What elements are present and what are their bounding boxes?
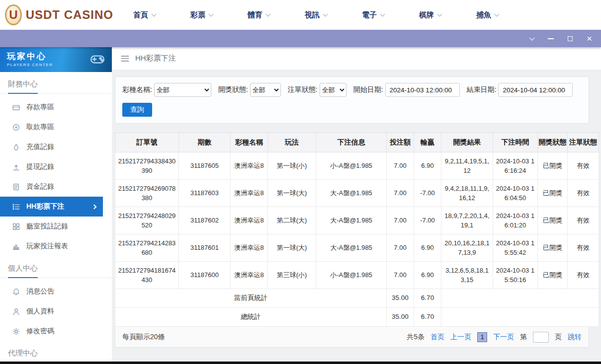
sidebar-item-0-7[interactable]: 玩家投注報表 [0, 236, 112, 256]
draw-status-select[interactable]: 全部 [250, 83, 281, 97]
cell-draw_status: 已開獎 [538, 207, 568, 234]
nav-item-label: 電子 [362, 10, 377, 20]
cell-period: 31187601 [179, 234, 231, 262]
summary-amount: 35.00 [387, 289, 414, 308]
cell-draw_status: 已開獎 [538, 262, 568, 289]
first-page-link[interactable]: 首页 [430, 333, 444, 342]
bets-table-container: 訂單號期數彩種名稱玩法下注信息投注額輸贏開獎結果下注時間開獎狀態注單狀態 215… [115, 133, 589, 348]
lottery-name-select[interactable]: 全部 [154, 83, 211, 97]
cell-lottery: 澳洲幸运8 [231, 262, 268, 289]
nav-item-7[interactable]: 捕魚 [476, 10, 499, 20]
window-close-button[interactable]: × [587, 34, 592, 43]
search-button[interactable]: 查詢 [122, 103, 152, 117]
sidebar: 玩家中心 PLAYERS CENTER 財務中心存款專區取款專區充值記錄提現記錄… [0, 47, 112, 364]
order-status-select[interactable]: 全部 [320, 83, 346, 97]
sidebar-item-label: 廳室投註記錄 [26, 222, 68, 231]
sidebar-item-0-3[interactable]: 提現記錄 [0, 157, 112, 177]
cell-result: 20,10,16,2,18,17,13,9 [441, 234, 493, 262]
sidebar-sections: 財務中心存款專區取款專區充值記錄提現記錄資金記錄HH彩票下注廳室投註記錄玩家投注… [0, 72, 112, 363]
menu-toggle-icon[interactable] [121, 55, 129, 62]
column-header-win_loss: 輸贏 [414, 133, 441, 152]
page-jump-input[interactable] [533, 332, 549, 343]
sidebar-item-0-2[interactable]: 充值記錄 [0, 137, 112, 157]
cell-bet_time: 2024-10-03 16:16:24 [493, 152, 538, 180]
page-jump-button[interactable]: 跳转 [568, 333, 582, 342]
cell-bet_info: 大-A盤@1.985 [316, 234, 387, 262]
filter-label: 開獎狀態: [218, 85, 248, 94]
prev-page-link[interactable]: 上一页 [450, 333, 471, 342]
cell-bet_info: 小-A盤@1.985 [316, 262, 387, 289]
sidebar-item-1-2[interactable]: 修改密碼 [0, 321, 112, 341]
column-header-draw_status: 開獎狀態 [538, 133, 568, 152]
sidebar-item-0-5[interactable]: HH彩票下注 [0, 197, 103, 217]
sidebar-item-label: 修改密碼 [26, 327, 54, 336]
sidebar-item-0-1[interactable]: 取款專區 [0, 117, 112, 137]
cell-lottery: 澳洲幸运8 [231, 152, 268, 180]
chevron-down-icon [152, 11, 157, 16]
summary-row: 總統計35.006.70 [115, 308, 599, 327]
chevron-down-icon [323, 11, 328, 16]
sidebar-item-label: HH彩票下注 [26, 202, 64, 211]
cell-amount: 7.00 [387, 262, 414, 289]
room-bet-record-icon [12, 223, 20, 230]
nav-item-2[interactable]: 彩票 [190, 10, 213, 20]
chevron-right-icon [92, 204, 97, 209]
cell-order_no: 2152172794248029520 [115, 207, 179, 234]
cell-result: 9,2,11,4,19,5,1,12 [441, 152, 493, 180]
nav-item-5[interactable]: 電子 [362, 10, 384, 20]
cell-order_status: 有效 [568, 234, 599, 262]
table-header-row: 訂單號期數彩種名稱玩法下注信息投注額輸贏開獎結果下注時間開獎狀態注單狀態 [115, 133, 599, 152]
logo-letter: U [9, 8, 17, 22]
sidebar-item-0-6[interactable]: 廳室投註記錄 [0, 217, 112, 236]
end-date-input[interactable] [498, 83, 573, 97]
cell-lottery: 澳洲幸运8 [231, 234, 268, 262]
column-header-result: 開獎結果 [441, 133, 493, 152]
filter-row: 彩種名稱:全部開獎狀態:全部注單狀態:全部開始日期:結束日期: [122, 83, 582, 97]
window-maximize-button[interactable] [568, 36, 573, 41]
nav-item-label: 彩票 [190, 10, 205, 20]
cell-play: 第一球(小) [268, 152, 316, 180]
sidebar-item-0-4[interactable]: 資金記錄 [0, 177, 112, 197]
chevron-down-icon [437, 11, 442, 16]
sidebar-header: 玩家中心 PLAYERS CENTER [0, 47, 112, 72]
logo[interactable]: U USDT CASINO [0, 4, 113, 25]
withdraw-record-icon [12, 163, 20, 171]
filter-label: 結束日期: [467, 85, 497, 94]
summary-empty [441, 289, 599, 308]
sidebar-section-title: 個人中心 [0, 256, 112, 278]
start-date-input[interactable] [385, 83, 460, 97]
cell-period: 31187605 [179, 152, 231, 180]
sidebar-item-label: 資金記錄 [26, 182, 54, 191]
cell-bet_time: 2024-10-03 16:04:50 [493, 180, 538, 207]
cell-win_loss: 6.90 [414, 152, 441, 180]
nav-item-3[interactable]: 體育 [248, 10, 270, 20]
cell-win_loss: -7.00 [414, 180, 441, 207]
nav-item-6[interactable]: 棋牌 [419, 10, 441, 20]
nav-item-label: 體育 [248, 10, 262, 20]
next-page-link[interactable]: 下一页 [493, 333, 514, 342]
cell-win_loss: 6.90 [414, 234, 441, 262]
recharge-record-icon [12, 144, 20, 151]
summary-empty [441, 308, 599, 327]
page-title: HH彩票下注 [135, 54, 176, 63]
logo-text: USDT CASINO [26, 8, 113, 22]
cell-order_no: 2152172794269078380 [115, 180, 179, 207]
filter-panel: 彩種名稱:全部開獎狀態:全部注單狀態:全部開始日期:結束日期: 查詢 [115, 76, 589, 124]
window-minimize-button[interactable] [548, 38, 554, 39]
column-header-lottery: 彩種名稱 [231, 133, 268, 152]
current-page-indicator[interactable]: 1 [477, 332, 487, 342]
sidebar-item-1-0[interactable]: 消息公告 [0, 282, 112, 301]
cell-order_no: 2152172794338430390 [115, 152, 179, 180]
nav-item-1[interactable]: 首頁 [133, 10, 156, 20]
pagination-links: 共5条 首页 上一页 1 下一页 第 页 跳转 [407, 332, 582, 343]
nav-item-4[interactable]: 視訊 [305, 10, 327, 20]
table-row: 215217279421428368031187601澳洲幸运8第一球(大)大-… [115, 234, 599, 262]
chevron-down-icon [529, 35, 534, 40]
window-collapse-button[interactable] [530, 38, 534, 40]
table-body: 215217279433843039031187605澳洲幸运8第一球(小)小-… [115, 152, 599, 327]
cell-period: 31187603 [179, 180, 231, 207]
sidebar-item-0-0[interactable]: 存款專區 [0, 97, 112, 117]
sidebar-item-1-1[interactable]: 個人資料 [0, 301, 112, 321]
summary-row: 當前頁統計35.006.70 [115, 289, 599, 308]
summary-winloss: 6.70 [414, 308, 441, 327]
